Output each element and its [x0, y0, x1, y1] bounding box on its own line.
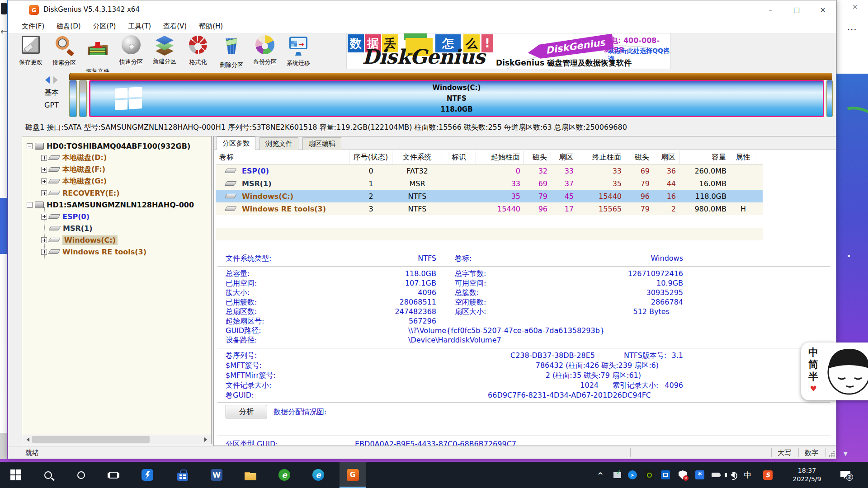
- tray-expand-button[interactable]: ^: [595, 462, 606, 488]
- table-row[interactable]: ESP(0) 0 FAT32 0 32 33 33 69 36 260.0MB: [216, 164, 763, 177]
- menu-tools[interactable]: 工具(T): [128, 22, 151, 31]
- detail-value: 3.1: [639, 351, 683, 360]
- expand-icon[interactable]: [41, 249, 47, 255]
- scroll-left-button[interactable]: [22, 435, 31, 444]
- tray-icon-5[interactable]: ×: [677, 462, 689, 488]
- expand-icon[interactable]: [41, 214, 47, 220]
- collapse-icon[interactable]: [27, 143, 33, 149]
- partition-strip-esp[interactable]: [69, 80, 77, 117]
- task-view-button[interactable]: [107, 462, 120, 488]
- expand-icon[interactable]: [41, 178, 47, 184]
- notification-center-button[interactable]: 2: [836, 462, 854, 488]
- diskgenius-taskbar-button[interactable]: G: [346, 462, 359, 488]
- disk-header-bar[interactable]: [69, 73, 832, 80]
- edge-button[interactable]: e: [312, 462, 325, 488]
- num-indicator: 数字: [805, 449, 818, 457]
- tray-icon-1[interactable]: ✓: [611, 462, 623, 488]
- partition-windows-c[interactable]: Windows(C:) NTFS 118.0GB: [89, 80, 824, 117]
- cortana-button[interactable]: [75, 462, 87, 488]
- detail-label: $MFTMirr簇号:: [226, 371, 276, 380]
- battery-indicator[interactable]: [710, 462, 722, 488]
- table-row-selected[interactable]: Windows(C:) 2 NTFS 35 79 45 15440 96 16 …: [216, 190, 763, 202]
- start-button[interactable]: [9, 462, 22, 488]
- word-button[interactable]: W: [210, 462, 223, 488]
- scroll-down-arrow-icon[interactable]: ▼: [844, 451, 847, 457]
- save-changes-button[interactable]: 保存更改: [14, 34, 47, 71]
- resize-grip[interactable]: [828, 451, 835, 457]
- menu-disk[interactable]: 磁盘(D): [57, 22, 80, 31]
- tree-item-hd0[interactable]: HD0:TOSHIBAMQ04ABF100(932GB): [27, 140, 190, 152]
- table-row-empty: [216, 215, 763, 228]
- partition-strip-re[interactable]: [826, 80, 833, 117]
- menu-help[interactable]: 帮助(H): [199, 22, 223, 31]
- menu-file[interactable]: 文件(F): [22, 22, 44, 31]
- partition-icon: [48, 191, 60, 195]
- expand-icon[interactable]: [41, 155, 47, 161]
- tree-item-f[interactable]: 本地磁盘(F:): [41, 164, 105, 175]
- background-close-icon[interactable]: ×: [852, 3, 858, 11]
- ime-indicator[interactable]: 中: [742, 462, 754, 488]
- expand-icon[interactable]: [41, 190, 47, 196]
- tray-icon-2[interactable]: ➤: [627, 462, 638, 488]
- minimize-button[interactable]: –: [757, 0, 783, 19]
- volume-indicator[interactable]: [725, 462, 737, 488]
- delete-partition-button[interactable]: 删除分区: [215, 34, 248, 71]
- search-partition-button[interactable]: 搜索分区: [48, 34, 80, 71]
- expand-icon[interactable]: [41, 167, 47, 173]
- backup-partition-button[interactable]: 备份分区: [249, 34, 281, 71]
- ellipsis-menu-icon[interactable]: ⋯: [847, 23, 857, 35]
- tree-item-recovery[interactable]: RECOVERY(E:): [41, 187, 119, 199]
- tree-item-msr[interactable]: MSR(1): [50, 222, 93, 234]
- partition-icon: [48, 155, 60, 160]
- background-window-left: ←: [0, 0, 7, 459]
- cartoon-face: [821, 343, 868, 400]
- recover-files-button[interactable]: 恢复文件: [81, 34, 114, 71]
- table-row[interactable]: Windows RE tools(3) 3 NTFS 15440 96 17 1…: [216, 202, 763, 215]
- menu-partition[interactable]: 分区(P): [93, 22, 116, 31]
- taskbar-search-button[interactable]: [42, 462, 54, 488]
- expand-icon[interactable]: [41, 237, 47, 243]
- tray-icon-3[interactable]: [643, 462, 655, 488]
- clock[interactable]: 18:372022/5/9: [784, 462, 830, 488]
- scroll-right-button[interactable]: [202, 435, 211, 444]
- scrollbar-thumb[interactable]: [32, 436, 150, 443]
- tree-item-windows-c[interactable]: Windows(C:): [41, 234, 118, 246]
- analyze-button[interactable]: 分析: [226, 405, 267, 418]
- maximize-button[interactable]: □: [783, 0, 810, 19]
- partition-strip-msr[interactable]: [79, 80, 87, 117]
- ad-banner[interactable]: 数 据 丢 怎 么 ! DiskGenius DiskGenius 致电: 40…: [346, 33, 671, 69]
- tree-item-d[interactable]: 本地磁盘(D:): [41, 152, 107, 164]
- browser-green-button[interactable]: e: [278, 462, 291, 488]
- tree-item-g[interactable]: 本地磁盘(G:): [41, 175, 107, 187]
- sogou-tray-button[interactable]: S: [761, 462, 774, 488]
- store-button[interactable]: [176, 462, 189, 488]
- tray-icon-4[interactable]: [660, 462, 671, 488]
- tree-item-hd1[interactable]: HD1:SAMSUNGMZNLN128HAHQ-000: [27, 199, 194, 211]
- close-button[interactable]: ×: [810, 0, 836, 19]
- tree-horizontal-scrollbar[interactable]: [22, 435, 211, 444]
- tab-sector-edit[interactable]: 扇区编辑: [302, 137, 341, 150]
- pinned-app-1[interactable]: [141, 462, 154, 488]
- menu-view[interactable]: 查看(V): [163, 22, 187, 31]
- new-partition-button[interactable]: 新建分区: [148, 34, 181, 71]
- tray-icon-6[interactable]: *: [694, 462, 706, 488]
- tab-browse-files[interactable]: 浏览文件: [259, 137, 298, 150]
- prev-disk-icon[interactable]: [42, 76, 50, 84]
- partition-guid-value: EBD0A0A2-B9E5-4433-87C0-68B6B72699C7: [355, 440, 516, 446]
- partition-icon: [48, 249, 60, 254]
- back-arrow-icon[interactable]: ←: [0, 26, 8, 36]
- snowflake-icon: *: [695, 470, 704, 479]
- sticker-char: 半: [807, 371, 819, 383]
- collapse-icon[interactable]: [27, 202, 33, 208]
- tree-item-esp[interactable]: ESP(0): [41, 211, 90, 222]
- nvidia-icon: [647, 473, 652, 478]
- tree-item-windows-re[interactable]: Windows RE tools(3): [41, 246, 146, 258]
- file-explorer-button[interactable]: [244, 462, 257, 488]
- format-button[interactable]: 格式化: [182, 34, 214, 71]
- title-bar[interactable]: G DiskGenius V5.4.3.1342 x64 – □ ×: [8, 0, 836, 19]
- quick-partition-button[interactable]: 快速分区: [115, 34, 147, 71]
- tab-partition-params[interactable]: 分区参数: [217, 136, 255, 150]
- table-row[interactable]: MSR(1) 1 MSR 33 69 37 35 79 44 16.0MB: [216, 177, 763, 190]
- system-migration-button[interactable]: 系统迁移: [282, 34, 315, 71]
- next-disk-icon[interactable]: [53, 76, 61, 84]
